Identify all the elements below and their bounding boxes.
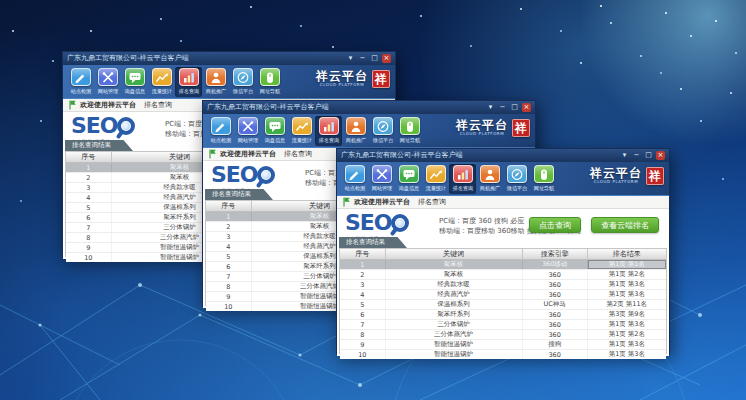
toolbar-item-label: 商机推广	[479, 185, 499, 193]
brand-seal: 祥	[372, 70, 390, 88]
toolbar: 站点检测网站管理询盘信息流量统计排名查询商机推广微信平台网址导航 祥云平台 CL…	[63, 65, 395, 99]
cell-no: 7	[66, 223, 112, 232]
results-tab[interactable]: 排名查询结果	[205, 189, 273, 200]
cell-no: 9	[66, 243, 112, 252]
toolbar-item-label: 微信平台	[506, 185, 526, 193]
toolbar-item-site-manage[interactable]: 网站管理	[234, 116, 261, 146]
cell-no: 3	[340, 280, 386, 289]
toolbar-item-promotion[interactable]: 商机推广	[202, 67, 229, 97]
toolbar-item-label: 询盘信息	[398, 185, 418, 193]
toolbar-item-inquiry-info[interactable]: 询盘信息	[261, 116, 288, 146]
toolbar-item-wechat-platform[interactable]: 微信平台	[503, 164, 530, 194]
toolbar-item-promotion[interactable]: 商机推广	[342, 116, 369, 146]
toolbar-item-site-nav[interactable]: 网址导航	[530, 164, 557, 194]
table-row[interactable]: 1聚苯板360移动第1页 第1名	[340, 260, 666, 270]
toolbar-item-label: 网站管理	[97, 88, 117, 96]
cell-rank: 第1页 第2名	[588, 330, 666, 339]
seo-logo: SEO 点击刷新 查看排名	[211, 165, 295, 193]
minimize-button[interactable]: −	[498, 103, 507, 112]
table-header: 序号关键词搜索引擎排名结果	[340, 249, 666, 260]
toolbar-item-site-check[interactable]: 站点检测	[67, 67, 94, 97]
cell-keyword: 三分体锅炉	[386, 320, 523, 329]
toolbar-item-inquiry-info[interactable]: 询盘信息	[395, 164, 422, 194]
cell-engine: 360	[523, 320, 588, 329]
toolbar-item-promotion[interactable]: 商机推广	[476, 164, 503, 194]
results-tab[interactable]: 排名查询结果	[339, 237, 407, 248]
cell-no: 4	[340, 290, 386, 299]
toolbar-item-site-manage[interactable]: 网站管理	[94, 67, 121, 97]
seo-panel: SEO 点击刷新 查看排名 PC端：百度 360 搜狗 必应 移动端：百度移动 …	[337, 209, 669, 237]
toolbar-item-wechat-platform[interactable]: 微信平台	[229, 67, 256, 97]
minimize-button[interactable]: −	[632, 151, 641, 160]
column-header[interactable]: 序号	[340, 249, 386, 259]
toolbar-item-site-check[interactable]: 站点检测	[207, 116, 234, 146]
close-button[interactable]: ×	[382, 54, 391, 63]
toolbar-item-rank-query[interactable]: 排名查询	[449, 164, 476, 194]
toolbar-item-rank-query[interactable]: 排名查询	[175, 67, 202, 97]
table-row[interactable]: 6聚苯纤系列360第3页 第9名	[340, 310, 666, 320]
toolbar-item-traffic-stats[interactable]: 流量统计	[422, 164, 449, 194]
cell-no: 5	[206, 252, 252, 261]
cell-no: 10	[66, 253, 112, 262]
table-row[interactable]: 4经典蒸汽炉360第1页 第3名	[340, 290, 666, 300]
cell-no: 8	[340, 330, 386, 339]
column-header[interactable]: 序号	[66, 152, 112, 162]
close-button[interactable]: ×	[522, 103, 531, 112]
breadcrumb-welcome: 欢迎使用祥云平台	[80, 100, 136, 110]
skin-button[interactable]: ▾	[346, 54, 355, 63]
toolbar-item-site-nav[interactable]: 网址导航	[256, 67, 283, 97]
minimize-button[interactable]: −	[358, 54, 367, 63]
toolbar-item-traffic-stats[interactable]: 流量统计	[288, 116, 315, 146]
toolbar-item-site-check[interactable]: 站点检测	[341, 164, 368, 194]
title-bar[interactable]: 广东九鼎工贸有限公司-祥云平台客户端 ▾−□×	[337, 149, 669, 162]
cell-no: 9	[206, 292, 252, 301]
toolbar-item-rank-query[interactable]: 排名查询	[315, 116, 342, 146]
wechat-platform-icon	[233, 68, 253, 86]
cell-engine: 360	[523, 290, 588, 299]
toolbar-item-wechat-platform[interactable]: 微信平台	[369, 116, 396, 146]
table-row[interactable]: 7三分体锅炉360第1页 第3名	[340, 320, 666, 330]
close-button[interactable]: ×	[656, 151, 665, 160]
column-header[interactable]: 排名结果	[588, 249, 666, 259]
maximize-button[interactable]: □	[510, 103, 519, 112]
site-manage-icon	[238, 117, 258, 135]
cell-engine: 360	[523, 270, 588, 279]
table-row[interactable]: 3经典款水暖360第1页 第3名	[340, 280, 666, 290]
toolbar-item-label: 站点检测	[70, 88, 90, 96]
query-button[interactable]: 点击查询	[529, 217, 581, 233]
title-bar[interactable]: 广东九鼎工贸有限公司-祥云平台客户端 ▾−□×	[63, 52, 395, 65]
toolbar-item-label: 站点检测	[344, 185, 364, 193]
maximize-button[interactable]: □	[370, 54, 379, 63]
table-row[interactable]: 2聚苯板360第1页 第2名	[340, 270, 666, 280]
column-header[interactable]: 搜索引擎	[523, 249, 588, 259]
table-row[interactable]: 8三分体蒸汽炉360第1页 第2名	[340, 330, 666, 340]
toolbar-item-label: 网址导航	[399, 137, 419, 145]
skin-button[interactable]: ▾	[486, 103, 495, 112]
toolbar-item-site-nav[interactable]: 网址导航	[396, 116, 423, 146]
seo-logo-text: SEO	[345, 213, 392, 233]
table-row[interactable]: 9智能恒温锅炉搜狗第1页 第3名	[340, 340, 666, 350]
toolbar-item-traffic-stats[interactable]: 流量统计	[148, 67, 175, 97]
column-header[interactable]: 关键词	[386, 249, 523, 259]
toolbar-item-inquiry-info[interactable]: 询盘信息	[121, 67, 148, 97]
toolbar-item-label: 网址导航	[259, 88, 279, 96]
table-row[interactable]: 5保温棉系列UC神马第2页 第11名	[340, 300, 666, 310]
rank-query-icon	[179, 68, 199, 86]
breadcrumb: 欢迎使用祥云平台 排名查询	[337, 196, 669, 209]
table-row[interactable]: 10智能恒温锅炉360第1页 第3名	[340, 350, 666, 359]
view-cloud-ranking-button[interactable]: 查看云端排名	[591, 217, 659, 233]
title-bar[interactable]: 广东九鼎工贸有限公司-祥云平台客户端 ▾−□×	[203, 101, 535, 114]
wechat-platform-icon	[373, 117, 393, 135]
cell-engine: UC神马	[523, 300, 588, 309]
toolbar-item-site-manage[interactable]: 网站管理	[368, 164, 395, 194]
cell-engine: 360	[523, 350, 588, 359]
skin-button[interactable]: ▾	[620, 151, 629, 160]
results-tab[interactable]: 排名查询结果	[65, 140, 133, 151]
toolbar-item-label: 网站管理	[237, 137, 257, 145]
action-buttons: 点击查询 查看云端排名	[529, 217, 659, 233]
cell-keyword: 三分体蒸汽炉	[386, 330, 523, 339]
maximize-button[interactable]: □	[644, 151, 653, 160]
column-header[interactable]: 序号	[206, 201, 252, 211]
breadcrumb-section: 排名查询	[144, 100, 172, 110]
site-nav-icon	[534, 165, 554, 183]
